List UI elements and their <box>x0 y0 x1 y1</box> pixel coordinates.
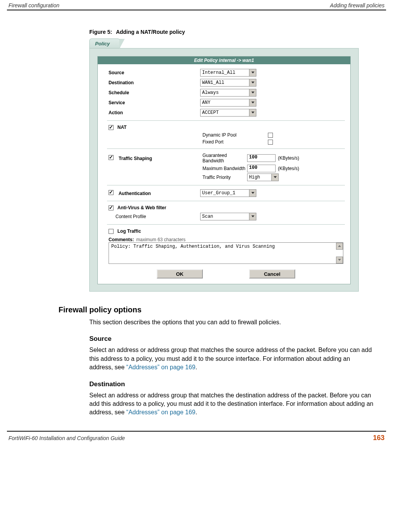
row-destination: Destination WAN1_All <box>109 79 343 87</box>
textarea-comments-value: Policy: Traffic Shaping, Authentication,… <box>111 244 275 249</box>
svg-marker-8 <box>338 245 341 247</box>
chevron-down-icon[interactable] <box>271 174 278 181</box>
chevron-down-icon[interactable] <box>249 109 256 116</box>
select-action[interactable]: ACCEPT <box>200 109 256 117</box>
ok-button[interactable]: OK <box>157 269 203 279</box>
svg-marker-3 <box>251 102 254 103</box>
row-service: Service ANY <box>109 99 343 107</box>
button-row: OK Cancel <box>109 269 343 279</box>
tab-policy[interactable]: Policy <box>89 38 120 48</box>
form-title: Edit Policy internal -> wan1 <box>98 57 350 64</box>
cancel-button-label: Cancel <box>264 271 281 277</box>
svg-marker-1 <box>251 82 254 83</box>
select-content-profile[interactable]: Scan <box>200 213 256 220</box>
page-number: 163 <box>373 434 385 442</box>
select-content-profile-value: Scan <box>202 214 213 219</box>
link-addresses-1[interactable]: “Addresses” on page 169 <box>126 364 196 370</box>
select-schedule[interactable]: Always <box>200 89 256 97</box>
chevron-down-icon[interactable] <box>249 99 256 106</box>
label-destination: Destination <box>109 80 200 85</box>
svg-marker-4 <box>251 112 254 113</box>
checkbox-antivirus[interactable] <box>109 205 114 210</box>
label-action: Action <box>109 110 200 115</box>
ok-button-label: OK <box>176 271 184 277</box>
tab-policy-label: Policy <box>95 41 110 47</box>
policy-panel: Edit Policy internal -> wan1 Source Inte… <box>89 48 359 292</box>
label-log-traffic: Log Traffic <box>117 228 141 234</box>
svg-marker-7 <box>251 215 254 217</box>
label-antivirus: Anti-Virus & Web filter <box>117 205 166 210</box>
heading-destination: Destination <box>89 380 375 388</box>
tab-row: Policy <box>89 37 359 48</box>
label-traffic-priority: Traffic Priority <box>202 175 247 180</box>
textarea-comments[interactable]: Policy: Traffic Shaping, Authentication,… <box>109 242 343 264</box>
label-maximum-bandwidth: Maximum Bandwidth <box>202 166 247 171</box>
checkbox-authentication[interactable] <box>109 190 114 195</box>
select-destination-value: WAN1_All <box>202 80 224 85</box>
log-traffic-head: Log Traffic <box>109 228 343 234</box>
label-schedule: Schedule <box>109 90 200 95</box>
cancel-button[interactable]: Cancel <box>249 269 295 279</box>
scroll-down-icon[interactable] <box>336 257 343 263</box>
page-footer: FortiWiFi-60 Installation and Configurat… <box>0 432 393 446</box>
select-source-value: Internal_All <box>202 70 235 75</box>
header-right: Adding firewall policies <box>330 2 385 8</box>
label-comments: Comments: <box>109 237 134 242</box>
svg-marker-9 <box>338 259 341 261</box>
checkbox-log-traffic[interactable] <box>109 229 114 234</box>
header-left: Firewall configuration <box>8 2 59 8</box>
value-maximum-bandwidth: 100 <box>249 165 258 170</box>
label-content-profile: Content Profile <box>115 214 146 219</box>
heading-firewall-policy-options: Firewall policy options <box>59 305 375 314</box>
input-guaranteed-bandwidth[interactable]: 100 <box>247 154 276 162</box>
select-source[interactable]: Internal_All <box>200 69 256 77</box>
input-maximum-bandwidth[interactable]: 100 <box>247 165 276 172</box>
select-destination[interactable]: WAN1_All <box>200 79 256 87</box>
separator <box>107 185 345 185</box>
row-schedule: Schedule Always <box>109 89 343 97</box>
label-fixed-port: Fixed Port <box>202 139 268 145</box>
label-source: Source <box>109 70 200 75</box>
label-traffic-shaping: Traffic Shaping <box>119 156 152 161</box>
figure-number: Figure 5: <box>89 29 112 35</box>
checkbox-nat[interactable] <box>109 125 114 130</box>
label-nat: NAT <box>117 125 127 130</box>
figure-title: Adding a NAT/Route policy <box>116 29 185 35</box>
row-authentication: Authentication User_Group_1 <box>109 189 343 197</box>
row-fixed-port: Fixed Port <box>202 139 343 145</box>
hint-comments: maximum 63 characters <box>136 237 186 242</box>
para-destination: Select an address or address group that … <box>89 391 375 417</box>
link-addresses-2[interactable]: “Addresses” on page 169 <box>126 409 196 415</box>
select-authentication[interactable]: User_Group_1 <box>200 189 256 197</box>
svg-marker-0 <box>251 72 254 73</box>
chevron-down-icon[interactable] <box>249 190 256 197</box>
select-service[interactable]: ANY <box>200 99 256 107</box>
label-dynamic-ip-pool: Dynamic IP Pool <box>202 132 268 138</box>
value-guaranteed-bandwidth: 100 <box>249 155 258 160</box>
tab-arrow-icon <box>119 39 125 49</box>
chevron-down-icon[interactable] <box>249 89 256 96</box>
chevron-down-icon[interactable] <box>249 69 256 76</box>
checkbox-traffic-shaping[interactable] <box>109 155 114 160</box>
para-source: Select an address or address group that … <box>89 346 375 372</box>
select-traffic-priority[interactable]: High <box>247 173 279 181</box>
chevron-down-icon[interactable] <box>249 213 256 220</box>
select-traffic-priority-value: High <box>249 175 260 180</box>
av-section-head: Anti-Virus & Web filter <box>109 205 343 210</box>
separator <box>107 120 345 121</box>
label-authentication: Authentication <box>119 191 151 196</box>
nat-section-head: NAT <box>109 125 343 130</box>
para-destination-tail: . <box>196 409 197 415</box>
select-authentication-value: User_Group_1 <box>202 190 235 196</box>
header-rule <box>7 10 386 10</box>
heading-source: Source <box>89 335 375 343</box>
traffic-shaping-block: Traffic Shaping Guaranteed Bandwidth 100… <box>109 153 343 181</box>
scroll-up-icon[interactable] <box>336 243 343 250</box>
chevron-down-icon[interactable] <box>249 79 256 86</box>
checkbox-fixed-port[interactable] <box>268 140 273 145</box>
footer-rule <box>7 431 386 432</box>
separator <box>107 224 345 225</box>
checkbox-dynamic-ip-pool[interactable] <box>268 133 273 138</box>
policy-editor-screenshot: Policy Edit Policy internal -> wan1 Sour… <box>89 37 359 292</box>
page-header: Firewall configuration Adding firewall p… <box>0 0 393 10</box>
